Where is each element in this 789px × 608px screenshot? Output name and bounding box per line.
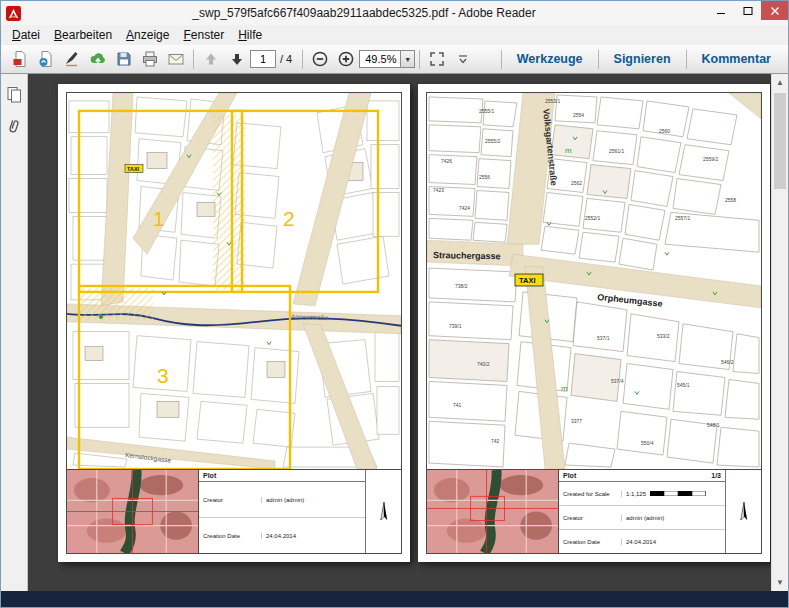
pdf-create-icon (11, 50, 29, 68)
comment-panel-button[interactable]: Kommentar (691, 45, 782, 73)
creation-date-value: 24.04.2014 (261, 533, 365, 539)
next-page-button[interactable] (224, 48, 250, 71)
parcel-label: 740/2 (477, 361, 490, 367)
parcel-label: 742 (491, 438, 500, 444)
sign-icon (63, 50, 81, 68)
email-button[interactable] (163, 48, 189, 71)
creator-value: admin (admin) (621, 515, 725, 521)
parcel-label: 545/1 (677, 382, 690, 388)
document-area[interactable]: 1 2 3 Annenstraße Kernstockgasse TAXI (28, 74, 771, 591)
scrollbar-track[interactable] (772, 91, 788, 574)
parcel-label: 2560 (659, 128, 670, 134)
toolbar-separator (598, 50, 599, 69)
footer-row-date: Creation Date 24.04.2014 (559, 530, 725, 553)
prev-page-icon (202, 50, 220, 68)
cloud-upload-icon (89, 50, 107, 68)
zoom-in-button[interactable] (333, 48, 359, 71)
parcel-label: 3377 (571, 418, 582, 424)
adobe-reader-icon (6, 6, 21, 21)
menu-bearbeiten[interactable]: Bearbeiten (47, 26, 119, 44)
window-title: _swp_579f5afc667f409aab2911aabdec5325.pd… (21, 6, 707, 20)
plot-number-3: 3 (157, 365, 169, 388)
toolbar-separator (419, 50, 420, 69)
taxi-sign-label: TAXI (127, 166, 140, 172)
street-label-annenstrasse: Annenstraße (291, 313, 329, 321)
footer-title: Plot (563, 472, 576, 479)
scroll-down-button[interactable]: ▼ (772, 574, 788, 591)
zoom-in-icon (337, 50, 355, 68)
creator-label: Creator (559, 515, 621, 521)
page2-overview-image (427, 470, 559, 553)
zoom-level-value: 49.5% (360, 53, 400, 65)
parcel-label: 7424 (459, 205, 470, 211)
vertical-scrollbar: ▲ ▼ (771, 74, 788, 591)
creator-label: Creator (199, 497, 261, 503)
scroll-up-button[interactable]: ▲ (772, 74, 788, 91)
parcel-label: 537/4 (611, 378, 624, 384)
parcel-label: 537/1 (597, 335, 610, 341)
toolbar-overflow-button[interactable] (450, 48, 476, 71)
street-label-strauchergasse: Strauchergasse (433, 250, 501, 261)
print-button[interactable] (137, 48, 163, 71)
scrollbar-thumb[interactable] (774, 93, 786, 189)
menu-datei[interactable]: Datei (5, 26, 47, 44)
parcel-label: 2555/2 (485, 138, 500, 144)
parcel-label: 2557/1 (675, 215, 690, 221)
expand-view-button[interactable] (424, 48, 450, 71)
tools-panel-button[interactable]: Werkzeuge (506, 45, 594, 73)
save-button[interactable] (111, 48, 137, 71)
titlebar[interactable]: _swp_579f5afc667f409aab2911aabdec5325.pd… (1, 1, 788, 25)
prev-page-button[interactable] (198, 48, 224, 71)
footer-row-scale: Created for Scale 1:1,125 (559, 482, 725, 506)
maximize-button[interactable] (734, 1, 761, 20)
north-arrow (725, 470, 761, 553)
page-number-input[interactable] (250, 50, 276, 68)
close-icon (770, 6, 780, 16)
minimize-icon (716, 6, 726, 16)
app-body: 1 2 3 Annenstraße Kernstockgasse TAXI (1, 74, 788, 591)
zoom-out-button[interactable] (307, 48, 333, 71)
parcel-label: 550/4 (641, 440, 654, 446)
footer-row-date: Creation Date 24.04.2014 (199, 518, 365, 553)
next-page-icon (228, 50, 246, 68)
parcel-label: 533/2 (657, 333, 670, 339)
plot-hatch-area (213, 115, 245, 290)
page-total-label: / 4 (276, 53, 298, 65)
tree-letter: m (561, 384, 568, 393)
plot-number-2: 2 (283, 207, 295, 230)
attachments-button[interactable] (3, 115, 25, 137)
adobe-reader-window: _swp_579f5afc667f409aab2911aabdec5325.pd… (0, 0, 789, 608)
close-button[interactable] (761, 1, 788, 20)
menu-anzeige[interactable]: Anzeige (119, 26, 176, 44)
window-controls (707, 1, 788, 20)
menu-hilfe[interactable]: Hilfe (231, 26, 269, 44)
parcel-label: 2553/1 (545, 98, 560, 104)
parcel-label: 546/2 (721, 359, 734, 365)
chevron-down-icon (457, 52, 469, 66)
sign-button[interactable] (59, 48, 85, 71)
page1-footer: Plot Creator admin (admin) Creation Date… (66, 470, 402, 554)
zoom-dropdown-arrow-icon[interactable]: ▼ (400, 51, 414, 67)
footer-title: Plot (203, 472, 216, 479)
pdf-page-2: Volksgartenstraße Strauchergasse Orpheum… (418, 84, 770, 562)
toolbar-separator (193, 50, 194, 69)
parcel-label: 2556 (479, 174, 490, 180)
pages-panel-icon (6, 86, 23, 103)
tree-letter: m (565, 146, 572, 155)
cloud-upload-button[interactable] (85, 48, 111, 71)
pdf-create-button[interactable] (7, 48, 33, 71)
minimize-button[interactable] (707, 1, 734, 20)
expand-icon (428, 50, 446, 68)
parcel-label: 548/1 (707, 422, 720, 428)
creator-value: admin (admin) (261, 497, 365, 503)
zoom-out-icon (311, 50, 329, 68)
convert-button[interactable] (33, 48, 59, 71)
page-thumbnails-button[interactable] (3, 83, 25, 105)
sign-panel-button[interactable]: Signieren (603, 45, 682, 73)
footer-page-number: 1/3 (711, 472, 721, 479)
zoom-level-select[interactable]: 49.5% ▼ (359, 50, 415, 68)
creation-date-value: 24.04.2014 (621, 539, 725, 545)
menu-fenster[interactable]: Fenster (176, 26, 231, 44)
footer-row-creator: Creator admin (admin) (199, 482, 365, 518)
maximize-icon (743, 6, 753, 16)
